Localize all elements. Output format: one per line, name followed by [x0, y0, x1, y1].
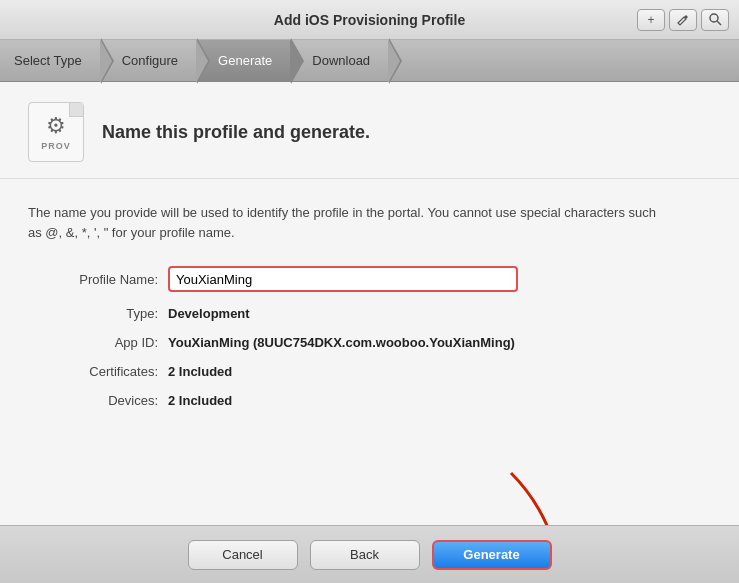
search-button[interactable] [701, 9, 729, 31]
footer: Cancel Back Generate [0, 525, 739, 583]
edit-button[interactable] [669, 9, 697, 31]
title-bar-controls: + [637, 9, 729, 31]
devices-value: 2 Included [168, 393, 232, 408]
step-configure[interactable]: Configure [100, 40, 196, 81]
certificates-row: Certificates: 2 Included [28, 364, 711, 379]
content-title: Name this profile and generate. [102, 122, 370, 143]
svg-point-0 [710, 14, 718, 22]
title-bar: Add iOS Provisioning Profile + [0, 0, 739, 40]
gear-icon: ⚙ [46, 113, 66, 139]
type-label: Type: [28, 306, 158, 321]
step-select-type[interactable]: Select Type [0, 40, 100, 81]
cancel-button[interactable]: Cancel [188, 540, 298, 570]
content-header: ⚙ PROV Name this profile and generate. [0, 82, 739, 179]
window-title: Add iOS Provisioning Profile [274, 12, 465, 28]
devices-label: Devices: [28, 393, 158, 408]
step-generate[interactable]: Generate [196, 40, 290, 81]
devices-row: Devices: 2 Included [28, 393, 711, 408]
profile-name-row: Profile Name: [28, 266, 711, 292]
back-button[interactable]: Back [310, 540, 420, 570]
certificates-label: Certificates: [28, 364, 158, 379]
steps-bar: Select Type Configure Generate Download [0, 40, 739, 82]
app-id-value: YouXianMing (8UUC754DKX.com.wooboo.YouXi… [168, 335, 515, 350]
app-id-row: App ID: YouXianMing (8UUC754DKX.com.woob… [28, 335, 711, 350]
main-content: ⚙ PROV Name this profile and generate. T… [0, 82, 739, 525]
description-text: The name you provide will be used to ide… [28, 203, 668, 242]
add-button[interactable]: + [637, 9, 665, 31]
certificates-value: 2 Included [168, 364, 232, 379]
svg-line-1 [717, 21, 721, 25]
generate-button[interactable]: Generate [432, 540, 552, 570]
app-id-label: App ID: [28, 335, 158, 350]
step-download[interactable]: Download [290, 40, 388, 81]
type-value: Development [168, 306, 250, 321]
prov-icon: ⚙ PROV [28, 102, 84, 162]
type-row: Type: Development [28, 306, 711, 321]
content-body: The name you provide will be used to ide… [0, 179, 739, 525]
icon-fold [69, 103, 83, 117]
profile-name-input[interactable] [168, 266, 518, 292]
profile-name-label: Profile Name: [28, 272, 158, 287]
